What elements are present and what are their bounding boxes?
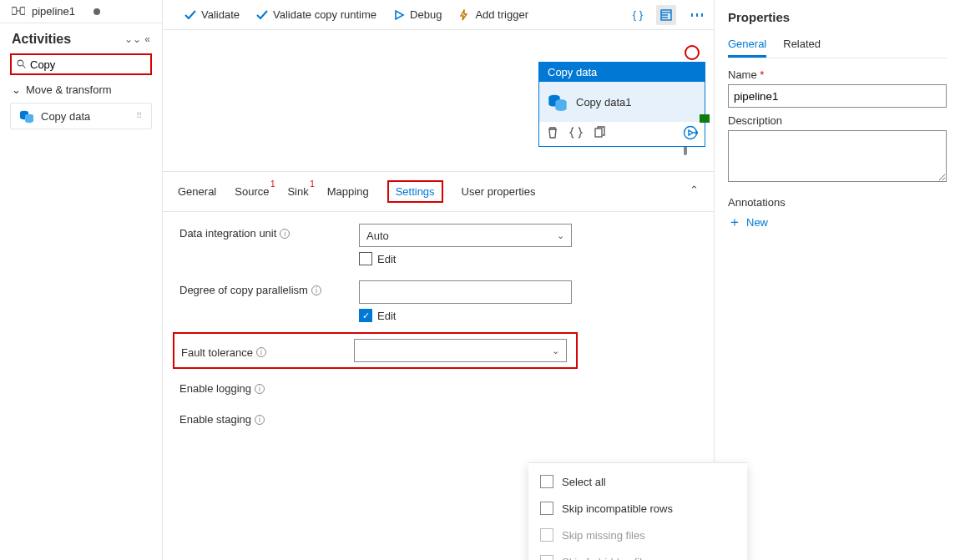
svg-point-3 [18,60,23,66]
activity-label: Copy data [41,110,90,123]
info-icon[interactable]: i [311,285,321,295]
name-input[interactable] [728,84,947,108]
node-output-port[interactable] [700,114,710,123]
diu-edit-checkbox[interactable] [359,252,372,265]
activities-title: Activities [12,32,71,47]
section-label: Move & transform [26,83,112,96]
validate-copy-runtime-button[interactable]: Validate copy runtime [248,5,385,24]
pipeline-icon [12,5,25,18]
prop-tab-general[interactable]: General [728,33,766,58]
unsaved-dot [93,8,100,15]
prop-tab-related[interactable]: Related [783,33,821,58]
debug-button[interactable]: Debug [385,5,450,24]
tab-source[interactable]: Source1 [235,180,269,203]
copy-icon[interactable] [593,126,606,142]
tab-user-properties[interactable]: User properties [462,180,536,203]
tab-general[interactable]: General [178,180,216,203]
tab-mapping[interactable]: Mapping [327,180,369,203]
braces-icon[interactable]: { } [633,8,643,21]
dd-skip-missing: Skip missing files [528,522,747,548]
copy-data-node[interactable]: Copy data Copy data1 [538,62,705,147]
info-icon[interactable]: i [255,415,265,425]
grip-icon: ⠿ [136,113,143,119]
tab-sink[interactable]: Sink1 [287,180,308,203]
activities-search[interactable] [10,53,152,75]
node-header: Copy data [539,63,705,82]
annotation-circle [685,45,700,60]
diu-select[interactable]: Auto ⌄ [359,224,572,247]
canvas[interactable]: Copy data Copy data1 [163,30,714,172]
chevron-down-icon: ⌄ [557,230,564,241]
info-icon[interactable]: i [255,384,265,394]
fault-tolerance-dropdown: Select all Skip incompatible rows Skip m… [528,462,747,560]
toolbar: Validate Validate copy runtime Debug Add… [163,0,714,30]
properties-toggle-icon[interactable] [656,5,676,25]
pipeline-tab-label: pipeline1 [32,5,75,18]
parallelism-edit-checkbox[interactable]: ✓ [359,309,372,322]
parallelism-label: Degree of copy parallelism [179,284,308,296]
collapse-down-icon[interactable]: ⌄⌄ [124,33,141,45]
chevron-down-icon: ⌄ [552,346,559,356]
database-icon [548,90,568,114]
svg-rect-17 [595,129,602,137]
description-label: Description [728,114,947,127]
section-move-transform[interactable]: ⌄ Move & transform [0,80,162,99]
delete-icon[interactable] [546,126,559,142]
toolbar-more-icon[interactable]: ⋯ [690,6,705,24]
properties-title: Properties [728,10,947,24]
name-label: Name [728,68,757,81]
svg-line-4 [23,65,25,68]
info-icon[interactable]: i [280,229,290,239]
validate-button[interactable]: Validate [176,5,248,24]
node-name: Copy data1 [576,96,632,108]
database-icon [19,108,34,124]
dd-skip-incompatible[interactable]: Skip incompatible rows [528,495,747,522]
search-icon [17,59,27,69]
chevron-down-icon: ⌄ [12,83,21,96]
panel-collapse-icon[interactable]: ⌃ [690,184,699,196]
activity-copy-data[interactable]: Copy data ⠿ [10,103,152,129]
execute-icon[interactable] [683,130,698,143]
fault-tolerance-select[interactable]: ⌄ [354,339,567,362]
dd-skip-forbidden: Skip forbidden files [528,548,747,560]
new-annotation-button[interactable]: ＋ New [728,214,947,231]
enable-logging-label: Enable logging [179,382,251,395]
dd-select-all[interactable]: Select all [528,468,747,495]
parallelism-input[interactable] [359,280,572,304]
braces-icon[interactable] [569,126,583,142]
tab-settings[interactable]: Settings [387,180,443,203]
diu-label: Data integration unit [179,227,276,240]
description-textarea[interactable] [728,130,947,182]
fault-tolerance-label: Fault tolerance [181,346,253,359]
svg-rect-0 [12,8,17,15]
add-trigger-button[interactable]: Add trigger [450,5,537,24]
svg-rect-1 [20,8,25,15]
annotations-label: Annotations [728,196,947,209]
enable-staging-label: Enable staging [179,413,251,426]
activities-search-input[interactable] [27,58,145,72]
pipeline-tab[interactable]: pipeline1 [0,0,162,23]
info-icon[interactable]: i [256,347,266,357]
plus-icon: ＋ [728,214,741,231]
collapse-left-icon[interactable]: « [144,33,150,45]
